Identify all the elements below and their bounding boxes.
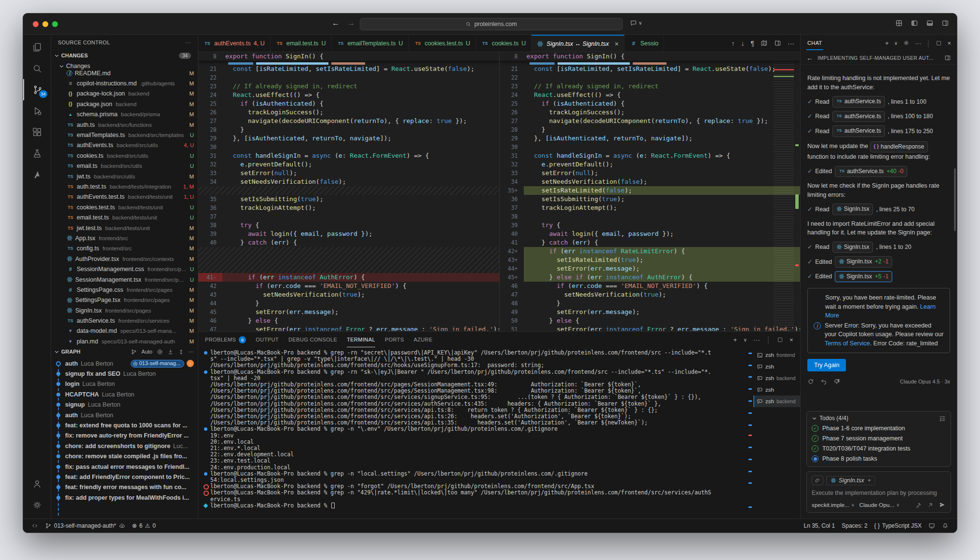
code-line[interactable]: 46 } else {: [198, 316, 499, 325]
file-row[interactable]: TScookies.tsbackend/src/utilsU: [51, 150, 198, 161]
back-icon[interactable]: ←: [806, 54, 813, 62]
whitespace-icon[interactable]: ¶: [750, 40, 754, 47]
code-line[interactable]: 33 setError(null);: [198, 169, 499, 178]
code-line[interactable]: 40 } catch (err) {: [198, 238, 499, 247]
code-line[interactable]: 24 React.useEffect(() => {: [500, 91, 801, 99]
fetch-icon[interactable]: [178, 349, 184, 355]
file-chip[interactable]: TSauthService.ts: [832, 111, 885, 123]
tab-authEvents.ts[interactable]: TSauthEvents.ts4, U: [198, 35, 271, 52]
commit-row[interactable]: HCAPTCHALuca Berton: [51, 389, 198, 399]
code-line[interactable]: 46 if (err.code === 'EMAIL_NOT_VERIFIED'…: [500, 282, 801, 290]
panel-tab-PORTS[interactable]: PORTS: [385, 332, 404, 347]
code-line[interactable]: 37 trackLoginAttempt();: [500, 204, 801, 212]
chat-dropdown-icon[interactable]: ∨: [894, 41, 898, 46]
terminal-scrollbar[interactable]: [748, 347, 753, 519]
code-line[interactable]: 43+ setIsRateLimited(true);: [500, 256, 801, 264]
accounts-button[interactable]: [23, 473, 51, 494]
code-line[interactable]: 26 trackLoginSuccess();: [198, 108, 499, 117]
code-line[interactable]: 34 setNeedsVerification(false);: [500, 178, 801, 186]
code-line[interactable]: 51 setError(err instanceof Error ? err.m…: [500, 325, 801, 331]
activity-azure[interactable]: [23, 164, 51, 185]
minimap[interactable]: [774, 52, 794, 331]
code-line[interactable]: 42+ if (err instanceof RateLimitError) {: [500, 247, 801, 256]
code-line[interactable]: 32 e.preventDefault();: [198, 160, 499, 169]
code-line[interactable]: 25 if (isAuthenticated) {: [500, 99, 801, 108]
code-line[interactable]: 28 }: [500, 125, 801, 134]
terminal-instance[interactable]: zshbackend: [753, 396, 800, 407]
commit-row[interactable]: fix: remove auto-retry from FriendlyErro…: [51, 431, 198, 441]
chat-scrollbar[interactable]: [954, 168, 956, 231]
customize-layout-icon[interactable]: [895, 19, 903, 27]
commit-row[interactable]: chore: add screenshorts to gitignoreLuc.…: [51, 441, 198, 451]
screencast-item[interactable]: [925, 522, 939, 529]
file-row[interactable]: TSconfig.tsfrontend/srcM: [51, 244, 198, 254]
code-line[interactable]: 42 if (err.code === 'EMAIL_NOT_VERIFIED'…: [198, 282, 499, 290]
code-line[interactable]: 41 } catch (err) {: [500, 238, 801, 247]
close-panel-icon[interactable]: ×: [789, 336, 793, 343]
tab-cookies.ts[interactable]: TScookies.tsU: [476, 35, 532, 52]
code-line[interactable]: 48 }: [500, 299, 801, 308]
toggle-secondary-sidebar-icon[interactable]: [941, 19, 949, 27]
file-row[interactable]: ▼data-model.mdspecs/013-self-mana...M: [51, 326, 198, 336]
new-terminal-icon[interactable]: +: [734, 336, 737, 343]
code-line[interactable]: 30: [198, 143, 499, 151]
code-line[interactable]: 27 navigate(decodeURIComponent(returnTo)…: [500, 117, 801, 125]
file-row[interactable]: ▼plan.mdspecs/013-self-managed-authM: [51, 336, 198, 346]
code-line[interactable]: 39 try {: [500, 221, 801, 230]
gear-icon[interactable]: [903, 40, 910, 46]
thumbs-down-icon[interactable]: [833, 378, 840, 385]
code-line[interactable]: 31 const handleSignIn = async (e: React.…: [500, 151, 801, 160]
file-chip[interactable]: SignIn.tsx+5-1: [835, 271, 892, 283]
settings-button[interactable]: [23, 494, 51, 516]
code-line[interactable]: 47 setError(err instanceof Error ? err.m…: [198, 325, 499, 331]
file-row[interactable]: SettingsPage.tsxfrontend/src/pagesM: [51, 295, 198, 305]
code-line[interactable]: 44+ setError(err.message);: [500, 264, 801, 273]
file-row[interactable]: TSauth.test.tsbackend/tests/integration1…: [51, 181, 198, 191]
learn-more-link[interactable]: Learn More: [825, 303, 936, 319]
mode-picker[interactable]: speckit.imple...∨: [812, 502, 855, 508]
commit-row[interactable]: feat: friendly error messages with fun c…: [51, 482, 198, 492]
branch-icon[interactable]: [131, 349, 137, 355]
code-line[interactable]: 41- if (err instanceof AuthError) {: [198, 273, 499, 282]
send-icon[interactable]: [939, 501, 946, 508]
file-chip[interactable]: TSauthService.ts: [832, 96, 885, 108]
graph-more-icon[interactable]: ···: [189, 349, 194, 355]
code-line[interactable]: 34 setNeedsVerification(false);: [198, 178, 499, 186]
code-line[interactable]: 23 // If already signed in, redirect: [500, 82, 801, 91]
code-line[interactable]: 27 navigate(decodeURIComponent(returnTo)…: [198, 117, 499, 125]
indentation[interactable]: Spaces: 2: [838, 522, 871, 529]
terminal-instance[interactable]: zshbackend: [753, 372, 800, 384]
activity-search[interactable]: [23, 58, 51, 79]
code-line[interactable]: 22: [198, 73, 499, 82]
previous-change-icon[interactable]: ↑: [731, 40, 735, 47]
next-change-icon[interactable]: ↓: [741, 40, 744, 47]
commit-row[interactable]: fix: pass actual error messages to Frien…: [51, 462, 198, 472]
code-line[interactable]: 40 await login({ email, password });: [500, 230, 801, 238]
panel-more-icon[interactable]: ···: [753, 336, 760, 343]
activity-source-control[interactable]: 34: [23, 79, 51, 100]
file-row[interactable]: ≡copilot-instructions.md.github/agentsM: [51, 78, 198, 88]
open-in-editor-icon[interactable]: [944, 55, 951, 61]
code-line[interactable]: 38: [500, 212, 801, 221]
back-icon[interactable]: ←: [332, 19, 340, 27]
code-line[interactable]: 32 e.preventDefault();: [500, 160, 801, 169]
file-row[interactable]: TSauthEvents.tsbackend/src/utils4, U: [51, 140, 198, 150]
toggle-panel-icon[interactable]: [926, 19, 934, 27]
file-row[interactable]: App.tsxfrontend/srcM: [51, 233, 198, 243]
tab-SignIn.tsx ↔ SignIn.tsx[interactable]: SignIn.tsx ↔ SignIn.tsx×: [531, 35, 624, 52]
code-line[interactable]: 22: [500, 73, 801, 82]
command-center-search[interactable]: proteinlens.com: [360, 18, 623, 30]
code-line[interactable]: 26 trackLoginSuccess();: [500, 108, 801, 117]
minimize-window-button[interactable]: [42, 21, 48, 27]
code-line[interactable]: 45 setError(err.message);: [198, 308, 499, 316]
graph-section-header[interactable]: GRAPH Auto ···: [51, 346, 198, 357]
todo-item[interactable]: Phase 8 polish tasks: [812, 455, 946, 462]
expand-icon[interactable]: [936, 40, 942, 46]
target-icon[interactable]: [157, 349, 163, 355]
commit-row[interactable]: signupLuca Berton: [51, 400, 198, 410]
retry-icon[interactable]: [807, 378, 814, 385]
file-row[interactable]: TSauthService.tsfrontend/src/servicesM: [51, 315, 198, 326]
commit-row[interactable]: chore: remove stale compiled .js files f…: [51, 451, 198, 462]
tab-emailTemplates.ts[interactable]: TSemailTemplates.tsU: [331, 35, 408, 52]
commit-row[interactable]: feat: add FriendlyError component to Pri…: [51, 472, 198, 482]
